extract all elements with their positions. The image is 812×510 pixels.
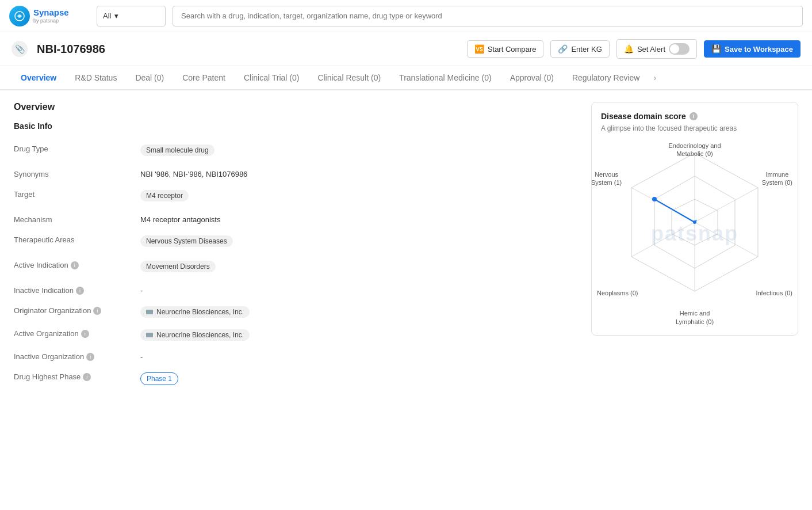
label-endocrinology: Endocrinology andMetabolic (0) [668, 142, 721, 158]
label-infectious: Infectious (0) [756, 289, 792, 297]
drug-type-label: Drug Type [14, 144, 140, 153]
save-icon: 💾 [711, 44, 721, 54]
disease-radar-chart: patsnap [603, 142, 787, 326]
drug-type-value: Small molecule drug [140, 144, 577, 158]
originator-org-info-icon[interactable]: i [93, 307, 101, 315]
inactive-org-row: Inactive Organization i - [14, 347, 577, 367]
save-workspace-button[interactable]: 💾 Save to Workspace [704, 40, 800, 58]
target-value: M4 receptor [140, 190, 577, 204]
tab-overview[interactable]: Overview [12, 66, 66, 90]
inactive-indication-info-icon[interactable]: i [76, 287, 84, 295]
app-name: Synapse [33, 8, 69, 18]
svg-line-11 [654, 199, 695, 222]
drug-bar: 📎 NBI-1076986 🆚 Start Compare 🔗 Enter KG… [0, 32, 812, 66]
basic-info-title: Basic Info [14, 121, 577, 131]
active-indication-tag[interactable]: Movement Disorders [140, 261, 216, 272]
chevron-down-icon: ▾ [114, 12, 118, 20]
therapeutic-areas-label: Therapeutic Areas [14, 235, 140, 244]
alert-icon: 🔔 [624, 44, 634, 54]
disease-domain-box: Disease domain score i A glimpse into th… [591, 102, 798, 336]
mechanism-row: Mechanism M4 receptor antagonists [14, 210, 577, 230]
inactive-org-value: - [140, 352, 577, 361]
drug-phase-row: Drug Highest Phase i Phase 1 [14, 367, 577, 393]
disease-domain-subtitle: A glimpse into the focused therapeutic a… [601, 124, 788, 132]
target-tag[interactable]: M4 receptor [140, 190, 189, 201]
inactive-indication-row: Inactive Indication i - [14, 280, 577, 300]
left-panel: Overview Basic Info Drug Type Small mole… [14, 102, 577, 393]
svg-line-5 [695, 188, 758, 222]
right-panel: Disease domain score i A glimpse into th… [591, 102, 798, 393]
active-indication-value: Movement Disorders [140, 261, 577, 275]
tabs-chevron-right[interactable]: › [649, 66, 661, 89]
logo-icon [9, 6, 30, 26]
tab-translational[interactable]: Translational Medicine (0) [390, 66, 501, 90]
tab-approval[interactable]: Approval (0) [501, 66, 563, 90]
tab-core-patent[interactable]: Core Patent [173, 66, 235, 90]
disease-domain-title: Disease domain score i [601, 112, 788, 121]
org-dot-icon-2 [146, 333, 153, 337]
therapeutic-areas-row: Therapeutic Areas Nervous System Disease… [14, 230, 577, 255]
originator-org-row: Originator Organization i Neurocrine Bio… [14, 300, 577, 323]
originator-org-tag[interactable]: Neurocrine Biosciences, Inc. [140, 306, 250, 318]
active-indication-info-icon[interactable]: i [71, 261, 79, 269]
tabs-bar: Overview R&D Status Deal (0) Core Patent… [0, 66, 812, 90]
alert-toggle[interactable] [669, 43, 690, 55]
drug-title: NBI-1076986 [37, 43, 458, 56]
active-org-value: Neurocrine Biosciences, Inc. [140, 329, 577, 341]
compare-button[interactable]: 🆚 Start Compare [467, 40, 544, 58]
enter-kg-button[interactable]: 🔗 Enter KG [550, 40, 609, 58]
drug-type-tag: Small molecule drug [140, 144, 215, 156]
inactive-org-info-icon[interactable]: i [86, 353, 94, 361]
drug-actions: 🆚 Start Compare 🔗 Enter KG 🔔 Set Alert 💾… [467, 39, 800, 59]
active-org-info-icon[interactable]: i [81, 330, 89, 338]
inactive-indication-label: Inactive Indication i [14, 286, 140, 295]
app-sub: by patsnap [33, 18, 69, 24]
originator-org-value: Neurocrine Biosciences, Inc. [140, 306, 577, 318]
tab-rd-status[interactable]: R&D Status [66, 66, 126, 90]
search-input[interactable] [173, 6, 803, 26]
top-nav: Synapse by patsnap All ▾ [0, 0, 812, 32]
compare-icon: 🆚 [474, 44, 484, 54]
disease-domain-info-icon[interactable]: i [690, 112, 698, 120]
synonyms-row: Synonyms NBI '986, NBI-'986, NBI1076986 [14, 164, 577, 184]
drug-phase-value: Phase 1 [140, 372, 577, 387]
main-content: Overview Basic Info Drug Type Small mole… [0, 90, 812, 405]
synonyms-label: Synonyms [14, 170, 140, 178]
svg-point-13 [693, 220, 696, 224]
search-type-dropdown[interactable]: All ▾ [97, 6, 166, 26]
drug-type-row: Drug Type Small molecule drug [14, 139, 577, 164]
active-org-tag[interactable]: Neurocrine Biosciences, Inc. [140, 329, 250, 341]
mechanism-label: Mechanism [14, 215, 140, 224]
therapeutic-area-tag[interactable]: Nervous System Diseases [140, 235, 233, 247]
tab-clinical-result[interactable]: Clinical Result (0) [308, 66, 390, 90]
drug-icon: 📎 [12, 41, 28, 57]
mechanism-value: M4 receptor antagonists [140, 215, 577, 224]
active-org-label: Active Organization i [14, 329, 140, 338]
target-row: Target M4 receptor [14, 184, 577, 210]
logo-area: Synapse by patsnap [9, 6, 90, 26]
inactive-indication-value: - [140, 286, 577, 295]
set-alert-button[interactable]: 🔔 Set Alert [616, 39, 697, 59]
svg-line-6 [695, 222, 758, 257]
label-immune: ImmuneSystem (0) [762, 170, 792, 187]
tab-deal[interactable]: Deal (0) [126, 66, 173, 90]
drug-phase-label: Drug Highest Phase i [14, 372, 140, 381]
active-org-row: Active Organization i Neurocrine Bioscie… [14, 323, 577, 347]
org-dot-icon [146, 310, 153, 314]
tab-clinical-trial[interactable]: Clinical Trial (0) [235, 66, 308, 90]
label-nervous: NervousSystem (1) [591, 170, 622, 187]
tab-regulatory[interactable]: Regulatory Review [563, 66, 649, 90]
target-label: Target [14, 190, 140, 199]
svg-point-12 [652, 197, 657, 201]
therapeutic-areas-value: Nervous System Diseases [140, 235, 577, 249]
synonyms-value: NBI '986, NBI-'986, NBI1076986 [140, 170, 577, 178]
label-neoplasms: Neoplasms (0) [597, 289, 638, 297]
kg-icon: 🔗 [558, 44, 568, 54]
originator-org-label: Originator Organization i [14, 306, 140, 315]
svg-line-8 [631, 222, 695, 257]
drug-phase-info-icon[interactable]: i [83, 373, 91, 381]
drug-phase-tag: Phase 1 [140, 372, 178, 385]
inactive-org-label: Inactive Organization i [14, 352, 140, 361]
active-indication-label: Active Indication i [14, 261, 140, 269]
active-indication-row: Active Indication i Movement Disorders [14, 255, 577, 280]
